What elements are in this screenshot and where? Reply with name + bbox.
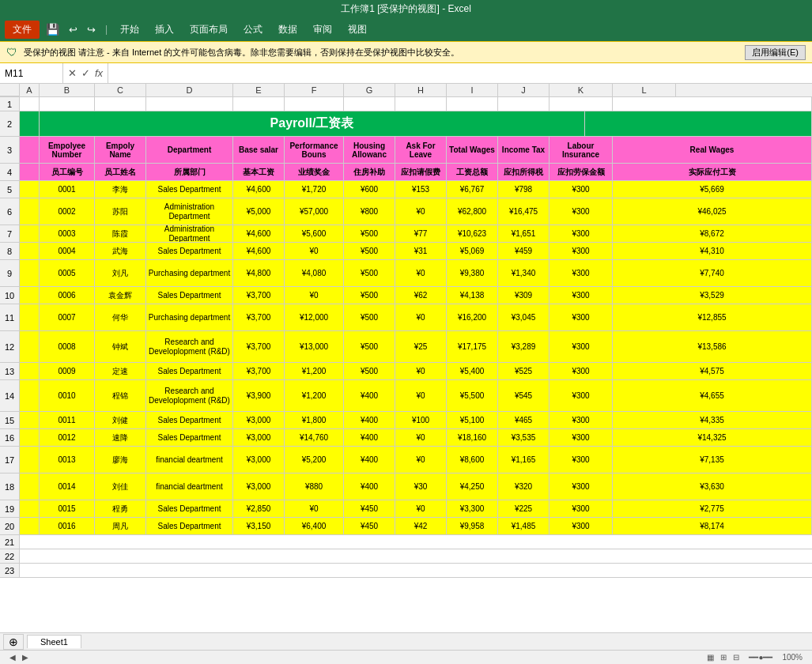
list-item[interactable]: 武海 bbox=[95, 243, 146, 260]
list-item[interactable]: Research and Developlopment (R&D) bbox=[146, 380, 233, 412]
list-item[interactable]: Sales Department bbox=[146, 500, 233, 518]
sheet-tab-1[interactable]: Sheet1 bbox=[27, 635, 81, 648]
list-item[interactable]: ¥309 bbox=[498, 287, 550, 304]
col-header-h[interactable]: H bbox=[395, 84, 447, 96]
list-item[interactable]: 0002 bbox=[40, 198, 95, 225]
list-item[interactable]: Purchasing department bbox=[146, 304, 233, 331]
list-item[interactable]: ¥4,800 bbox=[233, 260, 285, 287]
list-item[interactable]: ¥1,165 bbox=[498, 447, 550, 473]
list-item[interactable]: 0004 bbox=[40, 243, 95, 260]
zoom-slider[interactable]: ━━●━━ bbox=[742, 653, 779, 662]
list-item[interactable]: 速降 bbox=[95, 429, 146, 447]
list-item[interactable]: 0007 bbox=[40, 304, 95, 331]
list-item[interactable]: ¥300 bbox=[550, 363, 613, 380]
list-item[interactable]: ¥57,000 bbox=[285, 198, 344, 225]
list-item[interactable]: ¥6,767 bbox=[447, 181, 498, 198]
list-item[interactable]: ¥25 bbox=[395, 331, 447, 363]
col-header-e[interactable]: E bbox=[233, 84, 285, 96]
list-item[interactable]: ¥4,250 bbox=[447, 473, 498, 500]
list-item[interactable]: ¥0 bbox=[395, 429, 447, 447]
list-item[interactable]: ¥545 bbox=[498, 380, 550, 412]
list-item[interactable]: 0012 bbox=[40, 429, 95, 447]
list-item[interactable]: ¥880 bbox=[285, 473, 344, 500]
list-item[interactable]: ¥16,200 bbox=[447, 304, 498, 331]
list-item[interactable]: ¥14,325 bbox=[613, 429, 812, 447]
list-item[interactable]: ¥0 bbox=[395, 380, 447, 412]
list-item[interactable]: ¥62 bbox=[395, 287, 447, 304]
list-item[interactable]: Sales Department bbox=[146, 412, 233, 429]
col-header-l[interactable]: L bbox=[613, 84, 676, 96]
list-item[interactable]: 何华 bbox=[95, 304, 146, 331]
list-item[interactable]: ¥300 bbox=[550, 243, 613, 260]
col-header-g[interactable]: G bbox=[344, 84, 395, 96]
list-item[interactable]: Sales Department bbox=[146, 518, 233, 535]
list-item[interactable]: ¥0 bbox=[395, 198, 447, 225]
add-sheet-button[interactable]: ⊕ bbox=[3, 634, 24, 650]
list-item[interactable]: ¥300 bbox=[550, 500, 613, 518]
list-item[interactable]: ¥31 bbox=[395, 243, 447, 260]
list-item[interactable]: ¥1,800 bbox=[285, 412, 344, 429]
menu-charu[interactable]: 插入 bbox=[149, 21, 180, 39]
list-item[interactable]: ¥12,000 bbox=[285, 304, 344, 331]
list-item[interactable]: ¥5,500 bbox=[447, 380, 498, 412]
list-item[interactable]: Administration Department bbox=[146, 198, 233, 225]
list-item[interactable]: ¥13,586 bbox=[613, 331, 812, 363]
list-item[interactable]: 0008 bbox=[40, 331, 95, 363]
list-item[interactable]: ¥500 bbox=[344, 304, 395, 331]
list-item[interactable]: ¥10,623 bbox=[447, 225, 498, 243]
list-item[interactable]: ¥500 bbox=[344, 287, 395, 304]
list-item[interactable]: 程锦 bbox=[95, 380, 146, 412]
confirm-formula-icon[interactable]: ✓ bbox=[81, 67, 90, 79]
list-item[interactable]: 0006 bbox=[40, 287, 95, 304]
list-item[interactable]: 0015 bbox=[40, 500, 95, 518]
list-item[interactable]: 0009 bbox=[40, 363, 95, 380]
menu-shuju[interactable]: 数据 bbox=[272, 21, 304, 39]
redo-icon[interactable]: ↪ bbox=[84, 22, 99, 37]
list-item[interactable]: Sales Department bbox=[146, 181, 233, 198]
list-item[interactable]: ¥3,630 bbox=[613, 473, 812, 500]
list-item[interactable]: 刘健 bbox=[95, 412, 146, 429]
title-cell-empty[interactable] bbox=[20, 111, 40, 137]
list-item[interactable]: ¥9,958 bbox=[447, 518, 498, 535]
list-item[interactable]: 0014 bbox=[40, 473, 95, 500]
list-item[interactable]: 袁金辉 bbox=[95, 287, 146, 304]
list-item[interactable]: ¥3,150 bbox=[233, 518, 285, 535]
list-item[interactable]: ¥1,200 bbox=[285, 380, 344, 412]
undo-icon[interactable]: ↩ bbox=[66, 22, 81, 37]
list-item[interactable]: 程勇 bbox=[95, 500, 146, 518]
list-item[interactable]: ¥500 bbox=[344, 243, 395, 260]
list-item[interactable]: ¥5,100 bbox=[447, 412, 498, 429]
list-item[interactable]: ¥9,380 bbox=[447, 260, 498, 287]
save-icon[interactable]: 💾 bbox=[43, 21, 62, 37]
list-item[interactable]: ¥77 bbox=[395, 225, 447, 243]
list-item[interactable]: ¥4,138 bbox=[447, 287, 498, 304]
list-item[interactable]: ¥4,080 bbox=[285, 260, 344, 287]
list-item[interactable]: 0016 bbox=[40, 518, 95, 535]
list-item[interactable]: ¥1,651 bbox=[498, 225, 550, 243]
list-item[interactable]: ¥0 bbox=[285, 287, 344, 304]
list-item[interactable]: ¥300 bbox=[550, 198, 613, 225]
list-item[interactable]: financial deartment bbox=[146, 473, 233, 500]
list-item[interactable]: ¥300 bbox=[550, 287, 613, 304]
list-item[interactable]: ¥300 bbox=[550, 429, 613, 447]
list-item[interactable]: ¥12,855 bbox=[613, 304, 812, 331]
list-item[interactable]: 0010 bbox=[40, 380, 95, 412]
list-item[interactable]: ¥2,775 bbox=[613, 500, 812, 518]
list-item[interactable]: ¥3,535 bbox=[498, 429, 550, 447]
list-item[interactable]: 廖海 bbox=[95, 447, 146, 473]
list-item[interactable]: ¥300 bbox=[550, 181, 613, 198]
list-item[interactable]: ¥300 bbox=[550, 331, 613, 363]
list-item[interactable]: ¥3,000 bbox=[233, 447, 285, 473]
menu-shenyue[interactable]: 审阅 bbox=[307, 21, 338, 39]
view-normal-icon[interactable]: ▦ bbox=[704, 653, 717, 662]
list-item[interactable]: ¥5,000 bbox=[233, 198, 285, 225]
list-item[interactable]: ¥800 bbox=[344, 198, 395, 225]
scroll-right-icon[interactable]: ▶ bbox=[19, 653, 32, 662]
list-item[interactable]: ¥13,000 bbox=[285, 331, 344, 363]
list-item[interactable]: ¥4,600 bbox=[233, 181, 285, 198]
menu-pagebj[interactable]: 页面布局 bbox=[183, 21, 234, 39]
list-item[interactable]: ¥4,335 bbox=[613, 412, 812, 429]
list-item[interactable]: ¥7,135 bbox=[613, 447, 812, 473]
formula-input[interactable] bbox=[108, 63, 812, 83]
list-item[interactable]: ¥30 bbox=[395, 473, 447, 500]
